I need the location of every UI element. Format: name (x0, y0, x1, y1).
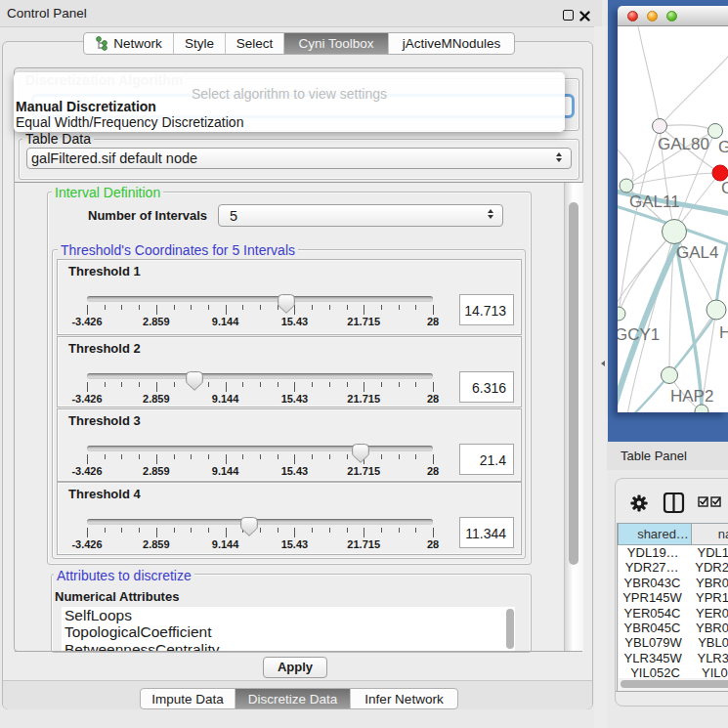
svg-text:GAL80: GAL80 (658, 135, 709, 153)
svg-text:H: H (719, 323, 728, 342)
svg-text:GA: GA (718, 138, 728, 156)
svg-text:GAL4: GAL4 (676, 243, 718, 262)
svg-text:HAP2: HAP2 (670, 387, 713, 406)
svg-text:GAL11: GAL11 (629, 193, 680, 211)
svg-text:GCY1: GCY1 (618, 325, 660, 344)
svg-text:CY: CY (721, 179, 728, 197)
